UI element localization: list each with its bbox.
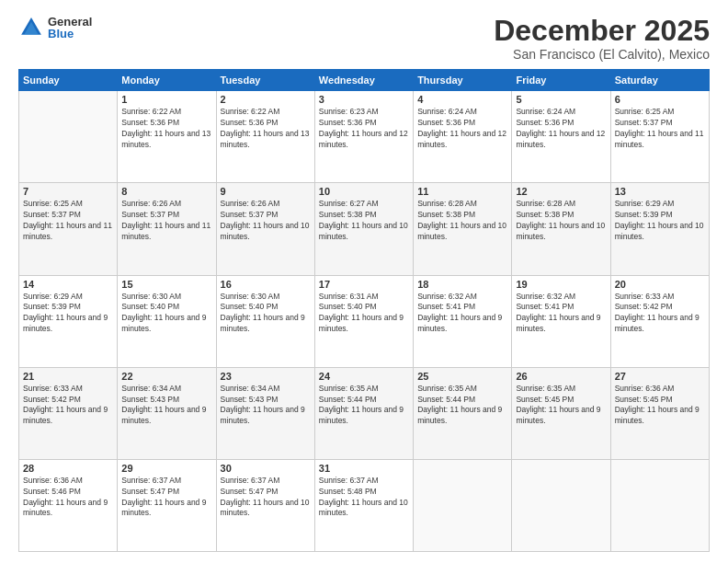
day-info: Sunrise: 6:36 AMSunset: 5:46 PMDaylight:… bbox=[23, 476, 113, 520]
day-number: 3 bbox=[319, 94, 409, 105]
logo-blue: Blue bbox=[48, 28, 92, 40]
day-info: Sunrise: 6:33 AMSunset: 5:42 PMDaylight:… bbox=[615, 292, 705, 336]
logo-icon bbox=[18, 15, 44, 40]
day-info: Sunrise: 6:24 AMSunset: 5:36 PMDaylight:… bbox=[417, 107, 507, 151]
calendar-week-5: 28Sunrise: 6:36 AMSunset: 5:46 PMDayligh… bbox=[19, 459, 710, 551]
day-number: 2 bbox=[221, 94, 311, 105]
day-info: Sunrise: 6:26 AMSunset: 5:37 PMDaylight:… bbox=[221, 199, 311, 243]
calendar-cell: 30Sunrise: 6:37 AMSunset: 5:47 PMDayligh… bbox=[216, 459, 314, 551]
header-day-tuesday: Tuesday bbox=[216, 70, 314, 91]
calendar-cell bbox=[414, 459, 512, 551]
day-number: 18 bbox=[417, 279, 507, 290]
calendar-cell: 13Sunrise: 6:29 AMSunset: 5:39 PMDayligh… bbox=[610, 183, 709, 275]
calendar-cell: 6Sunrise: 6:25 AMSunset: 5:37 PMDaylight… bbox=[610, 91, 709, 183]
calendar-cell: 25Sunrise: 6:35 AMSunset: 5:44 PMDayligh… bbox=[414, 367, 512, 459]
header-day-friday: Friday bbox=[512, 70, 610, 91]
day-number: 12 bbox=[516, 186, 606, 197]
calendar-cell: 20Sunrise: 6:33 AMSunset: 5:42 PMDayligh… bbox=[610, 275, 709, 367]
day-info: Sunrise: 6:24 AMSunset: 5:36 PMDaylight:… bbox=[516, 107, 606, 151]
day-number: 26 bbox=[516, 371, 606, 382]
day-info: Sunrise: 6:25 AMSunset: 5:37 PMDaylight:… bbox=[23, 199, 113, 243]
day-number: 25 bbox=[417, 371, 507, 382]
calendar-cell: 23Sunrise: 6:34 AMSunset: 5:43 PMDayligh… bbox=[216, 367, 314, 459]
header-day-monday: Monday bbox=[118, 70, 216, 91]
day-info: Sunrise: 6:37 AMSunset: 5:47 PMDaylight:… bbox=[121, 476, 211, 520]
day-number: 28 bbox=[23, 463, 113, 474]
day-number: 8 bbox=[121, 186, 211, 197]
day-info: Sunrise: 6:35 AMSunset: 5:45 PMDaylight:… bbox=[516, 384, 606, 428]
day-info: Sunrise: 6:37 AMSunset: 5:47 PMDaylight:… bbox=[221, 476, 311, 520]
header-day-sunday: Sunday bbox=[19, 70, 118, 91]
day-number: 5 bbox=[516, 94, 606, 105]
day-number: 6 bbox=[615, 94, 705, 105]
day-info: Sunrise: 6:28 AMSunset: 5:38 PMDaylight:… bbox=[417, 199, 507, 243]
day-number: 31 bbox=[319, 463, 409, 474]
calendar-cell: 8Sunrise: 6:26 AMSunset: 5:37 PMDaylight… bbox=[118, 183, 216, 275]
calendar-week-3: 14Sunrise: 6:29 AMSunset: 5:39 PMDayligh… bbox=[19, 275, 710, 367]
calendar-week-2: 7Sunrise: 6:25 AMSunset: 5:37 PMDaylight… bbox=[19, 183, 710, 275]
day-info: Sunrise: 6:35 AMSunset: 5:44 PMDaylight:… bbox=[417, 384, 507, 428]
calendar-cell: 26Sunrise: 6:35 AMSunset: 5:45 PMDayligh… bbox=[512, 367, 610, 459]
calendar-week-1: 1Sunrise: 6:22 AMSunset: 5:36 PMDaylight… bbox=[19, 91, 710, 183]
day-info: Sunrise: 6:22 AMSunset: 5:36 PMDaylight:… bbox=[121, 107, 211, 151]
calendar-cell bbox=[610, 459, 709, 551]
calendar-cell: 1Sunrise: 6:22 AMSunset: 5:36 PMDaylight… bbox=[118, 91, 216, 183]
calendar-cell: 22Sunrise: 6:34 AMSunset: 5:43 PMDayligh… bbox=[118, 367, 216, 459]
logo: General Blue bbox=[18, 15, 92, 40]
header-day-thursday: Thursday bbox=[414, 70, 512, 91]
calendar-cell: 16Sunrise: 6:30 AMSunset: 5:40 PMDayligh… bbox=[216, 275, 314, 367]
day-number: 19 bbox=[516, 279, 606, 290]
day-number: 15 bbox=[121, 279, 211, 290]
calendar-cell: 15Sunrise: 6:30 AMSunset: 5:40 PMDayligh… bbox=[118, 275, 216, 367]
logo-text: General Blue bbox=[48, 16, 92, 40]
day-number: 16 bbox=[221, 279, 311, 290]
day-info: Sunrise: 6:30 AMSunset: 5:40 PMDaylight:… bbox=[121, 292, 211, 336]
day-info: Sunrise: 6:22 AMSunset: 5:36 PMDaylight:… bbox=[221, 107, 311, 151]
title-block: December 2025 San Francisco (El Calvito)… bbox=[494, 15, 710, 62]
day-number: 10 bbox=[319, 186, 409, 197]
main-title: December 2025 bbox=[494, 15, 710, 47]
day-info: Sunrise: 6:29 AMSunset: 5:39 PMDaylight:… bbox=[23, 292, 113, 336]
calendar-cell bbox=[512, 459, 610, 551]
calendar-cell: 4Sunrise: 6:24 AMSunset: 5:36 PMDaylight… bbox=[414, 91, 512, 183]
calendar-cell: 2Sunrise: 6:22 AMSunset: 5:36 PMDaylight… bbox=[216, 91, 314, 183]
day-info: Sunrise: 6:31 AMSunset: 5:40 PMDaylight:… bbox=[319, 292, 409, 336]
calendar-week-4: 21Sunrise: 6:33 AMSunset: 5:42 PMDayligh… bbox=[19, 367, 710, 459]
day-number: 9 bbox=[221, 186, 311, 197]
day-info: Sunrise: 6:34 AMSunset: 5:43 PMDaylight:… bbox=[121, 384, 211, 428]
day-info: Sunrise: 6:26 AMSunset: 5:37 PMDaylight:… bbox=[121, 199, 211, 243]
day-number: 11 bbox=[417, 186, 507, 197]
day-number: 14 bbox=[23, 279, 113, 290]
header-day-saturday: Saturday bbox=[610, 70, 709, 91]
calendar-cell: 21Sunrise: 6:33 AMSunset: 5:42 PMDayligh… bbox=[19, 367, 118, 459]
day-number: 1 bbox=[121, 94, 211, 105]
day-info: Sunrise: 6:28 AMSunset: 5:38 PMDaylight:… bbox=[516, 199, 606, 243]
calendar-cell: 12Sunrise: 6:28 AMSunset: 5:38 PMDayligh… bbox=[512, 183, 610, 275]
day-number: 21 bbox=[23, 371, 113, 382]
calendar-cell: 17Sunrise: 6:31 AMSunset: 5:40 PMDayligh… bbox=[314, 275, 413, 367]
day-info: Sunrise: 6:36 AMSunset: 5:45 PMDaylight:… bbox=[615, 384, 705, 428]
calendar-cell: 19Sunrise: 6:32 AMSunset: 5:41 PMDayligh… bbox=[512, 275, 610, 367]
header: General Blue December 2025 San Francisco… bbox=[18, 15, 710, 62]
subtitle: San Francisco (El Calvito), Mexico bbox=[494, 47, 710, 62]
day-info: Sunrise: 6:33 AMSunset: 5:42 PMDaylight:… bbox=[23, 384, 113, 428]
day-info: Sunrise: 6:32 AMSunset: 5:41 PMDaylight:… bbox=[516, 292, 606, 336]
day-number: 30 bbox=[221, 463, 311, 474]
calendar-cell: 11Sunrise: 6:28 AMSunset: 5:38 PMDayligh… bbox=[414, 183, 512, 275]
calendar-cell: 27Sunrise: 6:36 AMSunset: 5:45 PMDayligh… bbox=[610, 367, 709, 459]
day-info: Sunrise: 6:23 AMSunset: 5:36 PMDaylight:… bbox=[319, 107, 409, 151]
day-number: 17 bbox=[319, 279, 409, 290]
calendar-header-row: SundayMondayTuesdayWednesdayThursdayFrid… bbox=[19, 70, 710, 91]
day-info: Sunrise: 6:30 AMSunset: 5:40 PMDaylight:… bbox=[221, 292, 311, 336]
day-info: Sunrise: 6:29 AMSunset: 5:39 PMDaylight:… bbox=[615, 199, 705, 243]
calendar-cell bbox=[19, 91, 118, 183]
day-info: Sunrise: 6:37 AMSunset: 5:48 PMDaylight:… bbox=[319, 476, 409, 520]
day-number: 4 bbox=[417, 94, 507, 105]
day-number: 24 bbox=[319, 371, 409, 382]
calendar-cell: 5Sunrise: 6:24 AMSunset: 5:36 PMDaylight… bbox=[512, 91, 610, 183]
day-info: Sunrise: 6:32 AMSunset: 5:41 PMDaylight:… bbox=[417, 292, 507, 336]
calendar-table: SundayMondayTuesdayWednesdayThursdayFrid… bbox=[18, 69, 710, 552]
calendar-cell: 10Sunrise: 6:27 AMSunset: 5:38 PMDayligh… bbox=[314, 183, 413, 275]
day-number: 23 bbox=[221, 371, 311, 382]
day-number: 27 bbox=[615, 371, 705, 382]
